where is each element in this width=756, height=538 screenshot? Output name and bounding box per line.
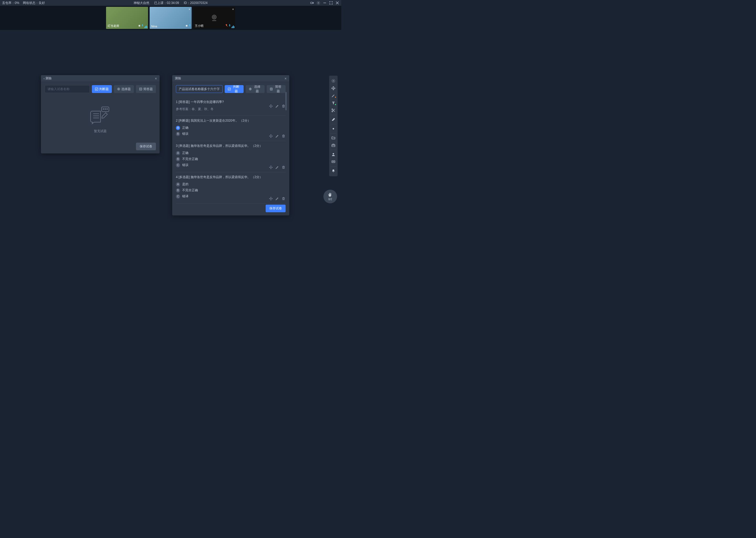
option-text: 不完全正确: [182, 188, 198, 192]
quiz-panel-empty: ‹ 测验 × 判断题 选择题 简答题 暂无试题: [41, 75, 160, 153]
delete-icon[interactable]: [281, 165, 286, 169]
packet-loss: 丢包率：0%: [2, 1, 19, 5]
hand-count: 0/2: [328, 198, 332, 201]
judge-question-button[interactable]: 判断题: [225, 85, 244, 93]
question-title: 4 [多选题] 施华洛世奇是反华品牌，所以梁鼎琪反华。 （2分）: [176, 175, 286, 180]
toolbox-tool[interactable]: [330, 141, 337, 149]
delete-icon[interactable]: [281, 196, 286, 201]
question-option[interactable]: B不完全正确: [176, 157, 286, 161]
svg-rect-7: [142, 24, 143, 26]
bell-tool[interactable]: [330, 167, 337, 175]
option-letter: C: [176, 194, 180, 198]
question-option[interactable]: A正确: [176, 151, 286, 155]
svg-point-31: [250, 89, 251, 89]
user-tool[interactable]: [330, 151, 337, 158]
quiz-name-input[interactable]: [45, 85, 90, 93]
option-text: 是的: [182, 182, 188, 187]
scissors-tool[interactable]: [330, 107, 337, 114]
question-title: 2 [判断题] 我国宪法上一次更新是在2020年。 （2分）: [176, 119, 286, 123]
short-answer-button[interactable]: 简答题: [267, 85, 286, 93]
brightness-tool[interactable]: [330, 125, 337, 133]
save-quiz-button[interactable]: 保存试卷: [266, 205, 286, 212]
option-text: 错误: [182, 163, 188, 167]
judge-question-button[interactable]: 判断题: [92, 85, 112, 93]
choice-question-button[interactable]: 选择题: [246, 85, 264, 93]
folder-tool[interactable]: [330, 134, 337, 141]
move-icon[interactable]: [269, 165, 273, 169]
question-option[interactable]: B不完全正确: [176, 188, 286, 192]
move-icon[interactable]: [269, 134, 273, 138]
option-letter: B: [176, 132, 180, 136]
titlebar: 丢包率：0% 网络状态：良好 神秘大自然 已上课：02:34:09 ID：202…: [0, 0, 341, 6]
panel-title: 测验: [175, 76, 181, 81]
pointer-tool[interactable]: [330, 77, 337, 84]
option-letter: B: [176, 157, 180, 161]
eraser-tool[interactable]: [330, 116, 337, 123]
quiz-name-input[interactable]: 产品说试卷名称最多十六个字: [176, 85, 223, 93]
edit-icon[interactable]: [275, 196, 279, 201]
close-icon[interactable]: [336, 1, 339, 5]
volume-bars: [231, 25, 234, 28]
video-tile[interactable]: 叮当老师: [106, 7, 148, 29]
settings-icon[interactable]: [316, 1, 320, 5]
option-letter: C: [176, 163, 180, 167]
option-letter: A: [176, 126, 180, 130]
close-icon[interactable]: ×: [232, 8, 234, 11]
svg-point-25: [107, 108, 108, 109]
question-option[interactable]: A是的: [176, 182, 286, 187]
mic-icon: [141, 24, 144, 28]
hand-raise-button[interactable]: 0/2: [323, 190, 337, 203]
participant-name: 王小明: [195, 24, 204, 28]
pen-tool[interactable]: [330, 92, 337, 99]
question-block: 3 [单选题] 施华洛世奇是反华品牌，所以梁鼎琪反华。 （2分）A正确B不完全正…: [176, 141, 286, 172]
elapsed: 已上课：02:34:09: [154, 1, 179, 5]
edit-icon[interactable]: [275, 134, 279, 138]
question-title: 3 [单选题] 施华洛世奇是反华品牌，所以梁鼎琪反华。 （2分）: [176, 144, 286, 148]
maximize-icon[interactable]: [329, 1, 333, 5]
close-icon[interactable]: ×: [285, 77, 287, 81]
back-button[interactable]: ‹: [44, 77, 45, 81]
video-tile[interactable]: × 王小明: [193, 7, 235, 29]
camera-off-icon: [210, 13, 219, 23]
edit-icon[interactable]: [275, 165, 279, 169]
option-text: 正确: [182, 126, 188, 130]
option-letter: A: [176, 151, 180, 155]
course-name: 神秘大自然: [134, 1, 149, 5]
panel-title: 测验: [45, 76, 52, 81]
quiz-panel-filled: 测验 × 产品说试卷名称最多十六个字 判断题 选择题 简答题 1 [简答题] 一…: [172, 75, 289, 215]
edit-icon[interactable]: [275, 104, 279, 108]
delete-icon[interactable]: [281, 134, 286, 138]
short-answer-button[interactable]: 简答题: [136, 85, 156, 93]
minimize-icon[interactable]: [323, 1, 327, 5]
question-block: 2 [判断题] 我国宪法上一次更新是在2020年。 （2分）A正确B错误: [176, 116, 286, 141]
svg-point-5: [139, 25, 140, 27]
close-icon[interactable]: ×: [155, 77, 157, 81]
text-tool[interactable]: [330, 99, 337, 107]
mic-muted-icon: [225, 24, 228, 28]
close-icon[interactable]: ×: [189, 8, 190, 11]
question-block: 4 [多选题] 施华洛世奇是反华品牌，所以梁鼎琪反华。 （2分）A是的B不完全正…: [176, 172, 286, 204]
question-option[interactable]: A正确: [176, 126, 286, 130]
participant-name: Nina: [151, 25, 157, 28]
camera-toggle-icon[interactable]: [310, 1, 314, 5]
mic-icon: [229, 24, 231, 28]
svg-point-38: [333, 128, 334, 129]
svg-rect-15: [229, 24, 230, 26]
move-icon[interactable]: [269, 196, 273, 201]
choice-question-button[interactable]: 选择题: [114, 85, 134, 93]
svg-point-40: [333, 153, 334, 154]
hand-icon: [328, 192, 333, 197]
option-text: 正确: [182, 151, 188, 155]
svg-rect-10: [190, 24, 190, 26]
save-quiz-button[interactable]: 保存试卷: [136, 143, 156, 150]
svg-point-12: [213, 16, 215, 18]
participant-name: 叮当老师: [108, 24, 119, 28]
svg-rect-19: [140, 88, 142, 90]
video-tile[interactable]: × Nina: [150, 7, 192, 29]
svg-point-8: [186, 25, 187, 27]
move-icon[interactable]: [269, 104, 273, 108]
delete-icon[interactable]: [281, 104, 286, 108]
chat-tool[interactable]: [330, 158, 337, 166]
camera-icon: [138, 24, 141, 28]
move-tool[interactable]: [330, 84, 337, 92]
